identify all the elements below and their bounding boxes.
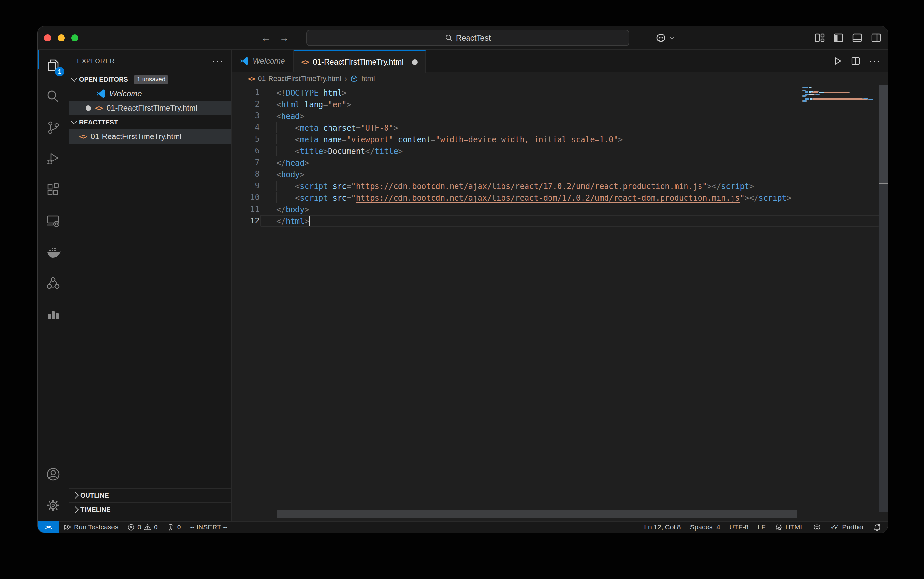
tab-welcome[interactable]: Welcome [232, 50, 293, 72]
more-actions-button[interactable]: ··· [869, 56, 881, 67]
vscode-logo-icon [240, 56, 249, 65]
html-file-icon: <> [95, 104, 103, 112]
vim-mode-indicator[interactable]: -- INSERT -- [185, 521, 232, 533]
remote-indicator[interactable]: >< [37, 521, 59, 533]
breadcrumb[interactable]: <> 01-ReactFirstTimeTry.html › html [232, 72, 888, 85]
activity-account[interactable] [37, 459, 69, 490]
copilot-status-button[interactable] [808, 521, 826, 533]
ports-button[interactable]: 0 [162, 521, 186, 533]
timeline-label: TIMELINE [80, 506, 111, 514]
toggle-secondary-sidebar-button[interactable] [870, 32, 882, 44]
remote-explorer-icon [46, 213, 60, 228]
html-file-icon: <> [248, 75, 255, 83]
activity-source-control[interactable] [37, 112, 69, 143]
line-number: 7 [232, 157, 259, 168]
activity-extensions[interactable] [37, 174, 69, 205]
indent-guide [276, 134, 277, 144]
language-mode-button[interactable]: HTML [770, 521, 808, 533]
section-outline[interactable]: OUTLINE [69, 488, 231, 502]
open-editor-file[interactable]: <> 01-ReactFirstTimeTry.html [69, 101, 231, 115]
formatter-button[interactable]: ✓✓ Prettier [826, 521, 869, 533]
code-line[interactable]: 9 <script src="https://cdn.bootcdn.net/a… [232, 180, 879, 191]
breadcrumb-symbol[interactable]: html [361, 75, 375, 83]
unsaved-badge: 1 unsaved [134, 75, 169, 84]
section-timeline[interactable]: TIMELINE [69, 502, 231, 517]
indent-guide [276, 146, 277, 156]
forward-button[interactable]: → [279, 33, 289, 43]
code-line[interactable]: 12</html> [232, 215, 879, 227]
code-line[interactable]: 6 <title>Document</title> [232, 145, 879, 157]
activity-settings[interactable] [37, 490, 69, 521]
html-file-icon: <> [79, 132, 87, 141]
split-editor-button[interactable] [851, 56, 860, 66]
extensions-icon [46, 182, 60, 197]
explorer-more-button[interactable]: ··· [212, 56, 223, 67]
section-folder-reacttest[interactable]: REACTTEST [69, 115, 231, 129]
text-cursor [309, 216, 310, 226]
notifications-bell-button[interactable] [869, 521, 888, 533]
activity-remote-explorer[interactable] [37, 205, 69, 236]
toggle-primary-sidebar-button[interactable] [833, 32, 844, 44]
run-all-icon [64, 523, 71, 531]
vscode-logo-icon [96, 89, 106, 98]
breadcrumb-file[interactable]: 01-ReactFirstTimeTry.html [258, 75, 341, 83]
code-line[interactable]: 11</body> [232, 203, 879, 215]
activity-run-debug[interactable] [37, 143, 69, 174]
activity-share[interactable] [37, 267, 69, 299]
problems-button[interactable]: 0 0 [123, 521, 162, 533]
command-center-search[interactable]: ReactTest [306, 30, 629, 46]
tab-file-active[interactable]: <> 01-ReactFirstTimeTry.html [293, 50, 426, 73]
code-line[interactable]: 3<head> [232, 110, 879, 121]
search-icon [445, 34, 453, 42]
copilot-button[interactable] [655, 26, 675, 50]
line-number: 4 [232, 121, 259, 133]
activity-docker[interactable] [37, 236, 69, 267]
code-line[interactable]: 2<html lang="en"> [232, 98, 879, 110]
activity-search[interactable] [37, 81, 69, 112]
horizontal-scrollbar[interactable] [277, 510, 797, 518]
tree-item-file[interactable]: <> 01-ReactFirstTimeTry.html [69, 129, 231, 144]
code-editor[interactable]: 1<!DOCTYPE html>2<html lang="en">3<head>… [232, 87, 879, 502]
tab-bar: Welcome <> 01-ReactFirstTimeTry.html ··· [232, 50, 888, 72]
activity-bar: 1 [37, 50, 69, 521]
vertical-scrollbar[interactable] [879, 85, 888, 512]
zoom-button[interactable] [71, 34, 78, 41]
source-control-icon [46, 120, 60, 135]
folder-label: REACTTEST [79, 119, 118, 126]
cursor-position-button[interactable]: Ln 12, Col 8 [640, 521, 685, 533]
code-line[interactable]: 5 <meta name="viewport" content="width=d… [232, 133, 879, 145]
close-button[interactable] [44, 34, 51, 41]
customize-layout-button[interactable] [814, 32, 826, 44]
code-line[interactable]: 1<!DOCTYPE html> [232, 87, 879, 98]
modified-dot[interactable] [412, 59, 417, 65]
minimize-button[interactable] [58, 34, 65, 41]
vscode-window: ← → ReactTest [37, 26, 888, 533]
code-line[interactable]: 8<body> [232, 168, 879, 180]
eol-button[interactable]: LF [753, 521, 770, 533]
indentation-button[interactable]: Spaces: 4 [686, 521, 725, 533]
active-indicator [37, 50, 39, 69]
section-open-editors[interactable]: OPEN EDITORS 1 unsaved [69, 72, 231, 87]
back-button[interactable]: ← [261, 33, 271, 43]
chevron-right-icon [72, 506, 79, 513]
code-line[interactable]: 4 <meta charset="UTF-8"> [232, 121, 879, 133]
titlebar: ← → ReactTest [37, 26, 888, 50]
outline-label: OUTLINE [80, 492, 109, 499]
minimap[interactable] [802, 87, 879, 103]
run-button[interactable] [833, 56, 843, 66]
tab-label: Welcome [253, 56, 285, 65]
line-number: 10 [232, 191, 259, 203]
gear-icon [46, 498, 60, 513]
toggle-panel-button[interactable] [851, 32, 863, 44]
code-line[interactable]: 7</head> [232, 157, 879, 168]
account-icon [46, 467, 60, 482]
open-editor-welcome[interactable]: Welcome [69, 87, 231, 101]
line-number: 9 [232, 180, 259, 191]
symbol-cube-icon [350, 75, 358, 83]
encoding-button[interactable]: UTF-8 [725, 521, 753, 533]
code-line[interactable]: 10 <script src="https://cdn.bootcdn.net/… [232, 191, 879, 203]
activity-explorer[interactable]: 1 [37, 50, 69, 81]
activity-stats[interactable] [37, 299, 69, 330]
editor-group: Welcome <> 01-ReactFirstTimeTry.html ··· [232, 50, 888, 521]
run-testcases-button[interactable]: Run Testcases [59, 521, 123, 533]
